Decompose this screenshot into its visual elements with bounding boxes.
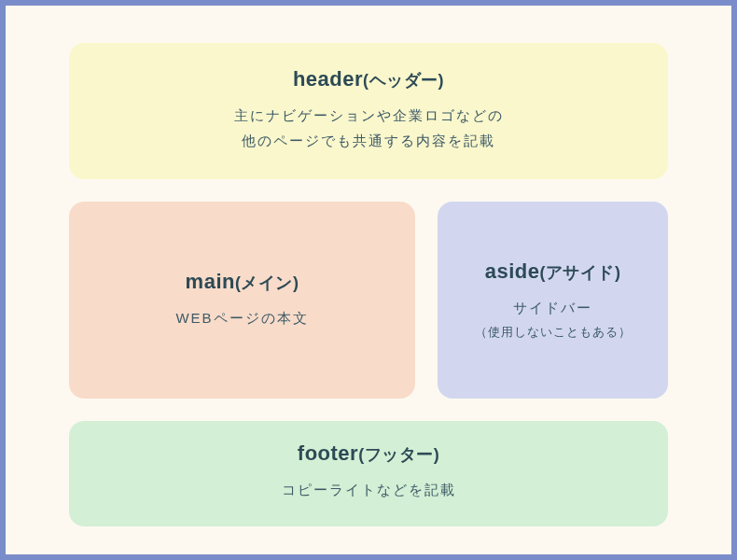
layout-diagram-frame: header(ヘッダー) 主にナビゲーションや企業ロゴなどの 他のページでも共通… — [0, 0, 737, 560]
header-title-en: header — [293, 67, 363, 91]
header-title: header(ヘッダー) — [293, 67, 444, 91]
header-title-ja: (ヘッダー) — [363, 71, 444, 90]
footer-title: footer(フッター) — [298, 441, 439, 466]
aside-title-en: aside — [485, 259, 540, 283]
header-desc-line1: 主にナビゲーションや企業ロゴなどの — [234, 103, 504, 128]
header-section-box: header(ヘッダー) 主にナビゲーションや企業ロゴなどの 他のページでも共通… — [69, 43, 668, 179]
middle-row: main(メイン) WEBページの本文 aside(アサイド) サイドバー （使… — [69, 202, 668, 399]
footer-title-en: footer — [298, 441, 358, 465]
header-desc-line2: 他のページでも共通する内容を記載 — [242, 128, 495, 153]
aside-note: （使用しないこともある） — [475, 324, 632, 341]
footer-desc: コピーライトなどを記載 — [282, 477, 456, 502]
main-title: main(メイン) — [186, 270, 299, 294]
main-section-box: main(メイン) WEBページの本文 — [69, 202, 415, 399]
main-title-ja: (メイン) — [235, 273, 299, 292]
aside-section-box: aside(アサイド) サイドバー （使用しないこともある） — [438, 202, 668, 399]
aside-desc: サイドバー — [513, 295, 592, 320]
footer-section-box: footer(フッター) コピーライトなどを記載 — [69, 421, 668, 526]
aside-title: aside(アサイド) — [485, 259, 621, 284]
footer-title-ja: (フッター) — [358, 445, 439, 464]
aside-title-ja: (アサイド) — [539, 263, 620, 282]
main-title-en: main — [186, 270, 235, 293]
main-desc: WEBページの本文 — [175, 305, 308, 330]
